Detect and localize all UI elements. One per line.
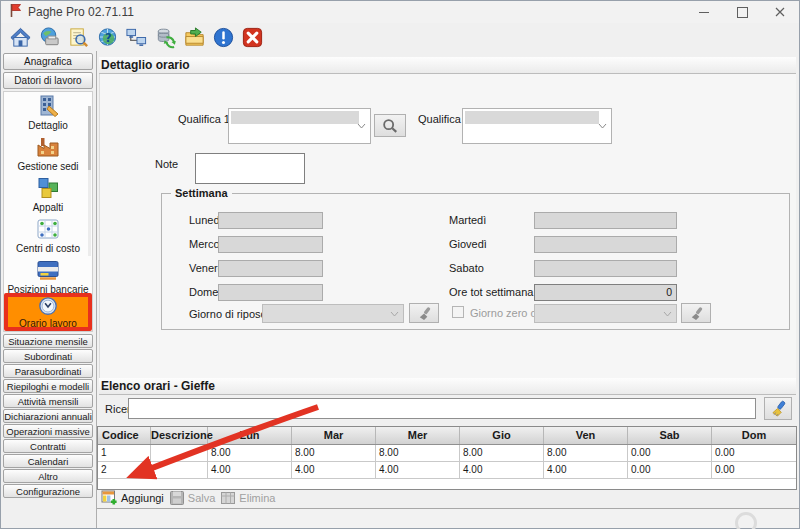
table-cell[interactable]: 0.00 [712,445,796,461]
close-button[interactable] [761,1,799,23]
column-header[interactable]: Dom [712,427,796,444]
chevron-down-icon [357,123,366,129]
globe-print-button[interactable] [36,24,63,50]
status-bar [97,508,799,528]
column-header[interactable]: Gio [460,427,544,444]
sidebar-section-operazioni-massive[interactable]: Operazioni massive [3,424,93,438]
brush-icon [417,306,432,321]
sidebar-section-calendari[interactable]: Calendari [3,454,93,468]
sidebar-section-datori-di-lavoro[interactable]: Datori di lavoro [3,72,93,89]
globe-print-icon [38,26,61,49]
column-header[interactable]: Mer [376,427,460,444]
brush-icon [689,306,704,321]
sidebar-section-riepiloghi-e-modelli[interactable]: Riepiloghi e modelli [3,379,93,393]
elenco-panel-title: Elenco orari - Gieffe [99,378,796,395]
folder-import-button[interactable] [181,24,208,50]
table-cell[interactable]: 8.00 [544,445,628,461]
qualifica1-combobox[interactable] [228,108,371,144]
table-cell[interactable]: 4.00 [208,462,292,478]
elimina-button[interactable]: Elimina [220,490,275,506]
qualifica1-search-button[interactable] [374,114,406,137]
table-cell[interactable]: 0.00 [628,445,712,461]
giorno-zero-ore-checkbox[interactable] [452,306,464,318]
column-header[interactable]: Mar [292,427,376,444]
main-toolbar: ? [1,23,799,52]
table-cell[interactable]: 8.00 [376,445,460,461]
column-header[interactable]: Codice [98,427,151,444]
table-cell[interactable]: 8.00 [292,445,376,461]
chevron-down-icon [663,311,672,317]
home-button[interactable] [7,24,34,50]
title-bar: Paghe Pro 02.71.11 [1,1,799,23]
database-sync-button[interactable] [152,24,179,50]
document-search-button[interactable] [65,24,92,50]
note-label: Note [155,158,178,171]
bank-card-icon [35,257,61,283]
sidebar-item-orario-lavoro-active[interactable]: Orario lavoro [4,293,92,331]
sidebar-scrollbar[interactable] [88,106,91,256]
note-textarea[interactable] [195,153,305,184]
web-help-button[interactable]: ? [94,24,121,50]
table-cell[interactable]: 4.00 [544,462,628,478]
minimize-button[interactable] [685,1,723,23]
table-cell[interactable]: 0.00 [628,462,712,478]
table-cell[interactable]: 1 [98,445,151,461]
network-button[interactable] [123,24,150,50]
giorno-di-riposo-clear-button[interactable] [409,303,439,323]
sidebar-section-altro[interactable]: Altro [3,469,93,483]
table-cell[interactable]: 4.00 [292,462,376,478]
sidebar-item-centri-di-costo[interactable]: Centri di costo [4,216,92,254]
column-header[interactable]: Sab [628,427,712,444]
table-row[interactable]: 2 4.00 4.00 4.00 4.00 4.00 0.00 0.00 [98,462,796,479]
sidebar: Anagrafica Datori di lavoro Dettaglio Ge… [1,51,96,528]
column-header[interactable]: Ven [544,427,628,444]
table-empty-row [98,479,796,489]
aggiungi-label: Aggiungi [121,492,164,504]
cubes-icon [35,175,61,201]
sidebar-item-posizioni-bancarie[interactable]: Posizioni bancarie [4,257,92,295]
table-cell[interactable]: 4.00 [376,462,460,478]
table-cell[interactable]: 8.00 [208,445,292,461]
ricerca-clear-button[interactable] [764,397,792,420]
factory-icon [35,134,61,160]
exit-button[interactable] [239,24,266,50]
giorno-zero-ore-clear-button[interactable] [681,303,711,323]
sidebar-section-parasubordinati[interactable]: Parasubordinati [3,364,93,378]
sidebar-section-anagrafica[interactable]: Anagrafica [3,53,93,70]
sidebar-item-dettaglio[interactable]: Dettaglio [4,93,92,131]
column-header[interactable]: Lun [208,427,292,444]
sidebar-section-contratti[interactable]: Contratti [3,439,93,453]
sidebar-section-subordinati[interactable]: Subordinati [3,349,93,363]
table-cell[interactable]: 8.00 [460,445,544,461]
giorno-di-riposo-combobox[interactable] [262,304,404,323]
table-cell[interactable]: 2 [98,462,151,478]
maximize-button[interactable] [723,1,761,23]
chevron-down-icon [390,311,399,317]
salva-button[interactable]: Salva [169,490,216,506]
table-cell[interactable] [151,445,208,461]
sidebar-section-attivita-mensili[interactable]: Attività mensili [3,394,93,408]
info-button[interactable] [210,24,237,50]
qualifica1-label: Qualifica 1 [178,113,230,126]
ricerca-input[interactable] [128,398,756,419]
sidebar-icon-panel: Dettaglio Gestione sedi Appalti Centri d… [3,91,93,332]
table-cell[interactable]: 4.00 [460,462,544,478]
qualifica2-combobox[interactable] [462,108,612,144]
svg-text:?: ? [105,31,112,45]
table-cell[interactable]: 0.00 [712,462,796,478]
giorno-zero-ore-combobox[interactable] [534,304,677,323]
sidebar-section-configurazione[interactable]: Configurazione [3,484,93,498]
orari-table: Codice Descrizione Lun Mar Mer Gio Ven S… [97,426,797,490]
sidebar-item-appalti[interactable]: Appalti [4,175,92,213]
sidebar-section-situazione-mensile[interactable]: Situazione mensile [3,334,93,348]
table-row[interactable]: 1 8.00 8.00 8.00 8.00 8.00 0.00 0.00 [98,445,796,462]
column-header[interactable]: Descrizione [151,427,208,444]
mercoledi-field [218,236,323,253]
sidebar-section-dichiarazioni-annuali[interactable]: Dichiarazioni annuali [3,409,93,423]
sidebar-item-gestione-sedi[interactable]: Gestione sedi [4,134,92,172]
martedi-label: Martedì [449,214,486,227]
table-cell[interactable] [151,462,208,478]
aggiungi-button[interactable]: Aggiungi [101,489,164,506]
chevron-down-icon [598,123,607,129]
grid-dots-icon [35,216,61,242]
